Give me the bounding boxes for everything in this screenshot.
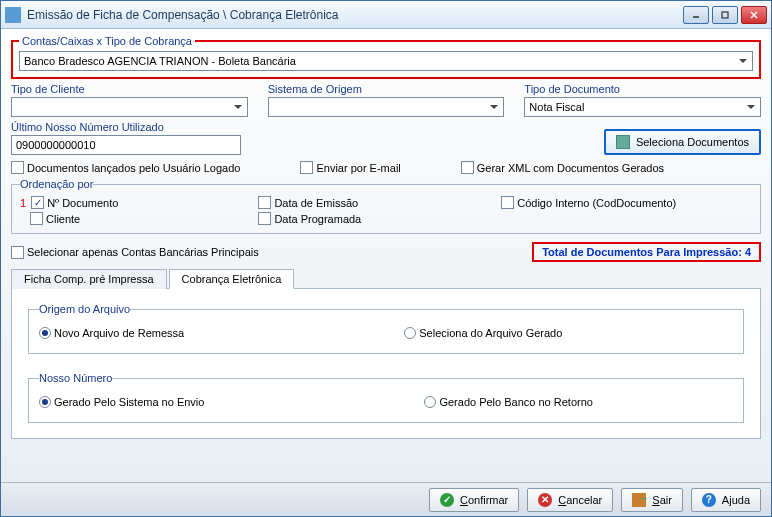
- tab-container: Ficha Comp. pré Impressa Cobrança Eletrô…: [11, 266, 761, 439]
- nosso-sistema-radio[interactable]: [39, 396, 51, 408]
- enviar-email-label: Enviar por E-mail: [316, 162, 400, 174]
- nosso-banco-label: Gerado Pelo Banco no Retorno: [439, 396, 593, 408]
- tipo-cliente-combo[interactable]: [11, 97, 248, 117]
- nosso-numero-legend: Nosso Número: [39, 372, 112, 384]
- x-icon: ✕: [538, 493, 552, 507]
- ord-programada-row[interactable]: Data Programada: [258, 212, 361, 225]
- ord-programada-check[interactable]: [258, 212, 271, 225]
- svg-rect-1: [722, 12, 728, 18]
- minimize-button[interactable]: [683, 6, 709, 24]
- ord-codinterno-check[interactable]: [501, 196, 514, 209]
- doc-usuario-check[interactable]: [11, 161, 24, 174]
- ord-cliente-label: Cliente: [46, 213, 80, 225]
- close-button[interactable]: [741, 6, 767, 24]
- ultimo-nosso-label: Último Nosso Número Utilizado: [11, 121, 241, 133]
- tab-ficha-pre-impressa[interactable]: Ficha Comp. pré Impressa: [11, 269, 167, 289]
- ord-emissao-row[interactable]: Data de Emissão: [258, 196, 361, 209]
- account-combo-value: Banco Bradesco AGENCIA TRIANON - Boleta …: [24, 55, 296, 67]
- ord-codinterno-label: Código Interno (CodDocumento): [517, 197, 676, 209]
- sair-label: Sair: [652, 494, 672, 506]
- ord-num: 1: [20, 197, 26, 209]
- seleciona-documentos-label: Seleciona Documentos: [636, 136, 749, 148]
- ord-ndoc-check[interactable]: [31, 196, 44, 209]
- sel-contas-label: Selecionar apenas Contas Bancárias Princ…: [27, 246, 259, 258]
- sel-contas-check[interactable]: [11, 246, 24, 259]
- nosso-numero-group: Nosso Número Gerado Pelo Sistema no Envi…: [28, 372, 744, 423]
- gerar-xml-check-row[interactable]: Gerar XML com Documentos Gerados: [461, 161, 664, 174]
- maximize-button[interactable]: [712, 6, 738, 24]
- help-icon: ?: [702, 493, 716, 507]
- sair-button[interactable]: Sair: [621, 488, 683, 512]
- ord-cliente-row[interactable]: Cliente: [30, 212, 118, 225]
- tipo-documento-combo[interactable]: Nota Fiscal: [524, 97, 761, 117]
- ajuda-button[interactable]: ? Ajuda: [691, 488, 761, 512]
- sistema-origem-label: Sistema de Origem: [268, 83, 505, 95]
- doc-usuario-check-row[interactable]: Documentos lançados pelo Usuário Logado: [11, 161, 240, 174]
- ordenacao-group: Ordenação por 1 Nº Documento Cliente: [11, 178, 761, 234]
- client-area: Contas/Caixas x Tipo de Cobrança Banco B…: [1, 29, 771, 482]
- ajuda-label: Ajuda: [722, 494, 750, 506]
- origem-novo-radio[interactable]: [39, 327, 51, 339]
- ord-cliente-check[interactable]: [30, 212, 43, 225]
- ordenacao-legend: Ordenação por: [20, 178, 93, 190]
- gerar-xml-label: Gerar XML com Documentos Gerados: [477, 162, 664, 174]
- ord-programada-label: Data Programada: [274, 213, 361, 225]
- tipo-cliente-label: Tipo de Cliente: [11, 83, 248, 95]
- total-documentos: Total de Documentos Para Impressão: 4: [532, 242, 761, 262]
- footer: ✓ Confirmar ✕ Cancelar Sair ? Ajuda: [1, 482, 771, 516]
- window: Emissão de Ficha de Compensação \ Cobran…: [0, 0, 772, 517]
- ord-emissao-check[interactable]: [258, 196, 271, 209]
- cancelar-label: Cancelar: [558, 494, 602, 506]
- enviar-email-check[interactable]: [300, 161, 313, 174]
- confirmar-button[interactable]: ✓ Confirmar: [429, 488, 519, 512]
- tab-body: Origem do Arquivo Novo Arquivo de Remess…: [11, 289, 761, 439]
- titlebar: Emissão de Ficha de Compensação \ Cobran…: [1, 1, 771, 29]
- check-icon: ✓: [440, 493, 454, 507]
- gerar-xml-check[interactable]: [461, 161, 474, 174]
- origem-arquivo-group: Origem do Arquivo Novo Arquivo de Remess…: [28, 303, 744, 354]
- seleciona-documentos-button[interactable]: Seleciona Documentos: [604, 129, 761, 155]
- nosso-banco-radio[interactable]: [424, 396, 436, 408]
- nosso-banco-row[interactable]: Gerado Pelo Banco no Retorno: [424, 396, 593, 408]
- origem-seleciona-label: Seleciona do Arquivo Gerado: [419, 327, 562, 339]
- tipo-documento-label: Tipo de Documento: [524, 83, 761, 95]
- origem-seleciona-row[interactable]: Seleciona do Arquivo Gerado: [404, 327, 562, 339]
- document-select-icon: [616, 135, 630, 149]
- tab-cobranca-eletronica[interactable]: Cobrança Eletrônica: [169, 269, 295, 289]
- origem-novo-row[interactable]: Novo Arquivo de Remessa: [39, 327, 184, 339]
- ord-emissao-label: Data de Emissão: [274, 197, 358, 209]
- nosso-sistema-label: Gerado Pelo Sistema no Envio: [54, 396, 204, 408]
- cancelar-button[interactable]: ✕ Cancelar: [527, 488, 613, 512]
- ultimo-nosso-input[interactable]: 0900000000010: [11, 135, 241, 155]
- app-icon: [5, 7, 21, 23]
- origem-seleciona-radio[interactable]: [404, 327, 416, 339]
- ord-ndoc-row[interactable]: 1 Nº Documento: [20, 196, 118, 209]
- sel-contas-row[interactable]: Selecionar apenas Contas Bancárias Princ…: [11, 246, 259, 259]
- exit-icon: [632, 493, 646, 507]
- origem-arquivo-legend: Origem do Arquivo: [39, 303, 130, 315]
- filter-row: Tipo de Cliente Sistema de Origem Tipo d…: [11, 83, 761, 117]
- ord-ndoc-label: Nº Documento: [47, 197, 118, 209]
- sistema-origem-combo[interactable]: [268, 97, 505, 117]
- confirmar-label: Confirmar: [460, 494, 508, 506]
- window-title: Emissão de Ficha de Compensação \ Cobran…: [27, 8, 683, 22]
- account-group: Contas/Caixas x Tipo de Cobrança Banco B…: [11, 35, 761, 79]
- enviar-email-check-row[interactable]: Enviar por E-mail: [300, 161, 400, 174]
- doc-usuario-label: Documentos lançados pelo Usuário Logado: [27, 162, 240, 174]
- ord-codinterno-row[interactable]: Código Interno (CodDocumento): [501, 196, 676, 209]
- account-combo[interactable]: Banco Bradesco AGENCIA TRIANON - Boleta …: [19, 51, 753, 71]
- account-legend: Contas/Caixas x Tipo de Cobrança: [19, 35, 195, 47]
- nosso-sistema-row[interactable]: Gerado Pelo Sistema no Envio: [39, 396, 204, 408]
- origem-novo-label: Novo Arquivo de Remessa: [54, 327, 184, 339]
